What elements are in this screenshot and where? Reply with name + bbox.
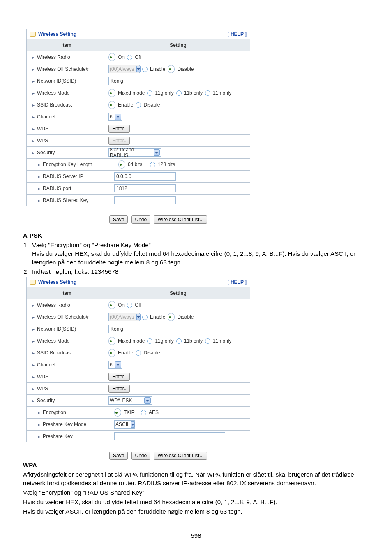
row-wds: ▸WDS Enter... (27, 371, 250, 383)
chevron-down-icon (131, 421, 135, 428)
schedule-select: (00)Always (108, 313, 140, 321)
wds-enter-button[interactable]: Enter... (108, 125, 130, 133)
channel-select[interactable]: 6 (108, 113, 122, 121)
radio-11b[interactable] (176, 338, 182, 344)
row-security: ▸Security WPA-PSK (27, 395, 250, 407)
row-network-id: ▸Network ID(SSID) (27, 323, 250, 335)
radius-port-input[interactable] (114, 184, 176, 192)
radio-on[interactable] (108, 53, 115, 61)
col-item: Item (27, 39, 106, 51)
schedule-select: (00)Always (108, 65, 140, 73)
radio-ssid-disable[interactable] (136, 102, 141, 108)
preshare-mode-select[interactable]: ASCII (114, 420, 135, 429)
row-security: ▸Security 802.1x and RADIUS (27, 147, 250, 159)
security-select[interactable]: WPA-PSK (108, 396, 152, 405)
col-setting: Setting (106, 39, 250, 51)
channel-select[interactable]: 6 (108, 361, 122, 369)
client-list-button[interactable]: Wireless Client List... (154, 215, 207, 224)
wireless-setting-panel-radius: Wireless Setting [ HELP ] Item Setting ▸… (26, 29, 250, 206)
chevron-right-icon: ▸ (38, 186, 40, 191)
chevron-right-icon: ▸ (38, 162, 40, 167)
undo-button[interactable]: Undo (131, 215, 151, 224)
page-number: 598 (23, 532, 369, 539)
wds-enter-button[interactable]: Enter... (108, 373, 130, 381)
panel-header: Wireless Setting [ HELP ] (27, 29, 250, 39)
chevron-right-icon: ▸ (32, 115, 35, 119)
radio-11n[interactable] (205, 338, 210, 344)
wireless-setting-panel-wpapsk: Wireless Setting [ HELP ] Item Setting ▸… (26, 277, 250, 442)
radio-off[interactable] (127, 303, 132, 308)
radio-11n[interactable] (205, 90, 210, 96)
radio-mixed[interactable] (108, 337, 115, 345)
button-row: Save Undo Wireless Client List... (26, 450, 332, 461)
chevron-right-icon: ▸ (38, 422, 40, 427)
radio-ssid-disable[interactable] (136, 350, 141, 356)
undo-button[interactable]: Undo (131, 452, 151, 460)
wpa-para2: Vælg "Encryption" og "RADIUS Shared Key" (23, 488, 369, 497)
chevron-right-icon: ▸ (32, 387, 35, 391)
chevron-down-icon (115, 361, 121, 368)
row-channel: ▸Channel 6 (27, 111, 250, 123)
preshare-key-input[interactable] (114, 432, 225, 440)
help-link[interactable]: [ HELP ] (228, 279, 247, 285)
save-button[interactable]: Save (109, 215, 128, 224)
row-network-id: ▸Network ID(SSID) (27, 75, 250, 87)
row-wireless-off-schedule: ▸Wireless Off Schedule# (00)Always Enabl… (27, 63, 250, 75)
row-wireless-radio: ▸Wireless Radio On Off (27, 51, 250, 63)
security-select[interactable]: 802.1x and RADIUS (108, 148, 161, 157)
chevron-right-icon: ▸ (32, 375, 35, 379)
row-preshare-key: ▸Preshare Key (27, 431, 250, 442)
radio-tkip[interactable] (114, 408, 121, 417)
chevron-right-icon: ▸ (32, 91, 35, 95)
radio-enable[interactable] (142, 315, 148, 320)
radio-128bits[interactable] (150, 162, 155, 167)
row-channel: ▸Channel 6 (27, 359, 250, 371)
row-wireless-off-schedule: ▸Wireless Off Schedule# (00)Always Enabl… (27, 311, 250, 323)
radio-off[interactable] (127, 55, 132, 60)
radio-11b[interactable] (176, 90, 182, 96)
radius-ip-input[interactable] (114, 172, 176, 181)
radio-disable[interactable] (168, 65, 175, 73)
radio-11g[interactable] (147, 338, 152, 344)
chevron-right-icon: ▸ (32, 79, 35, 83)
column-header-row: Item Setting (27, 39, 250, 51)
list-item: Indtast nøglen, f.eks. 12345678 (30, 267, 369, 276)
client-list-button[interactable]: Wireless Client List... (154, 452, 207, 460)
wpa-para3: Hvis du vælger HEX, skal du udfylde felt… (23, 498, 369, 506)
chevron-down-icon (136, 314, 141, 320)
ssid-input[interactable] (108, 77, 170, 85)
radio-mixed[interactable] (108, 89, 115, 97)
wps-enter-button[interactable]: Enter... (108, 385, 130, 393)
chevron-right-icon: ▸ (32, 398, 35, 403)
folder-icon (30, 32, 36, 37)
panel-header: Wireless Setting [ HELP ] (27, 277, 250, 287)
chevron-right-icon: ▸ (32, 351, 35, 355)
column-header-row: Item Setting (27, 287, 250, 299)
save-button[interactable]: Save (109, 452, 128, 460)
radio-ssid-enable[interactable] (108, 101, 115, 109)
radio-64bits[interactable] (118, 160, 125, 169)
chevron-right-icon: ▸ (38, 410, 40, 415)
row-ssid-broadcast: ▸SSID Broadcast Enable Disable (27, 99, 250, 111)
help-link[interactable]: [ HELP ] (228, 31, 247, 37)
radio-disable[interactable] (168, 313, 175, 321)
row-encryption: ▸Encryption TKIP AES (27, 407, 250, 419)
radio-aes[interactable] (141, 410, 146, 415)
wpa-heading: WPA (23, 461, 369, 468)
radio-11g[interactable] (147, 90, 152, 96)
radio-on[interactable] (108, 301, 115, 309)
radio-ssid-enable[interactable] (108, 349, 115, 357)
radius-key-input[interactable] (114, 196, 176, 204)
chevron-right-icon: ▸ (32, 127, 35, 131)
col-setting: Setting (106, 287, 250, 299)
row-wds: ▸WDS Enter... (27, 123, 250, 135)
radio-enable[interactable] (142, 67, 148, 72)
ssid-input[interactable] (108, 325, 170, 333)
chevron-right-icon: ▸ (38, 198, 40, 203)
row-radius-port: ▸RADIUS port (27, 183, 250, 195)
list-item: Vælg "Encryption" og "Preshare Key Mode"… (30, 241, 369, 266)
row-wireless-mode: ▸Wireless Mode Mixed mode 11g only 11b o… (27, 87, 250, 99)
wpa-para4: Hvis du vælger ASCII, er længden på den … (23, 507, 369, 516)
wpa-para1: Afkrydsningsfelt er beregnet til at slå … (23, 470, 369, 487)
chevron-right-icon: ▸ (32, 139, 35, 143)
